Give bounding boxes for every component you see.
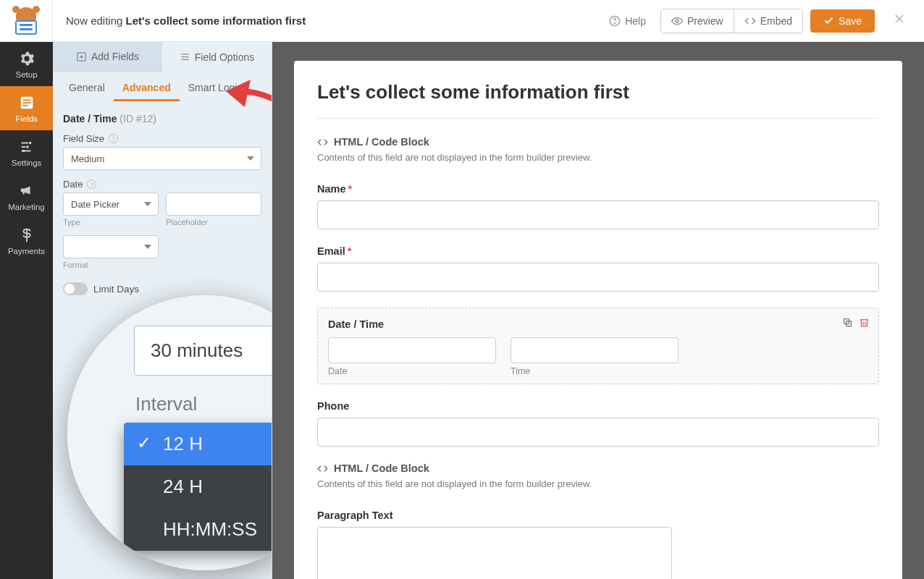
- subtab-advanced[interactable]: Advanced: [114, 75, 180, 101]
- duplicate-button[interactable]: [842, 317, 853, 330]
- dollar-icon: [19, 227, 35, 243]
- subtab-general[interactable]: General: [60, 75, 114, 101]
- phone-input[interactable]: [317, 418, 879, 447]
- html-block-note-2: Contents of this field are not displayed…: [317, 478, 879, 489]
- time-format-dropdown: 12 H 24 H HH:MM:SS: [124, 423, 272, 551]
- close-button[interactable]: [889, 9, 910, 33]
- format-subhint: Format: [63, 261, 159, 269]
- field-name[interactable]: Name*: [317, 183, 879, 229]
- option-24h[interactable]: 24 H: [124, 465, 272, 508]
- nav-setup[interactable]: Setup: [0, 42, 53, 86]
- nav-payments[interactable]: Payments: [0, 219, 53, 263]
- datetime-time-input[interactable]: [511, 337, 679, 363]
- limit-days-toggle-row[interactable]: Limit Days: [63, 278, 261, 300]
- field-paragraph[interactable]: Paragraph Text: [317, 510, 879, 579]
- gear-icon: [19, 51, 35, 67]
- help-icon[interactable]: ?: [87, 179, 96, 189]
- code-icon: [744, 15, 756, 27]
- svg-point-2: [676, 20, 679, 22]
- help-icon: [609, 15, 621, 27]
- limit-days-label: Limit Days: [93, 284, 139, 295]
- nav-settings[interactable]: Settings: [0, 130, 53, 174]
- nav-fields[interactable]: Fields: [0, 86, 53, 130]
- field-phone[interactable]: Phone: [317, 400, 879, 447]
- svg-point-9: [22, 150, 25, 153]
- trash-icon: [859, 317, 870, 328]
- date-sublabel: Date: [328, 366, 496, 376]
- form-name: Let's collect some information first: [126, 14, 306, 27]
- svg-point-8: [26, 145, 29, 148]
- svg-rect-4: [22, 99, 30, 101]
- html-block-header: HTML / Code Block: [317, 136, 879, 148]
- save-button[interactable]: Save: [810, 9, 875, 33]
- code-icon: [317, 463, 328, 474]
- left-nav: Setup Fields Settings Marketing Payments: [0, 42, 53, 579]
- nav-marketing[interactable]: Marketing: [0, 174, 53, 219]
- form-icon: [19, 95, 35, 111]
- sidebar-panel: Add Fields Field Options General Advance…: [53, 42, 272, 579]
- html-block-note: Contents of this field are not displayed…: [317, 152, 879, 163]
- form-preview: Let's collect some information first HTM…: [272, 42, 924, 579]
- plus-square-icon: [76, 51, 87, 62]
- placeholder-subhint: Placeholder: [166, 218, 261, 227]
- form-heading: Let's collect some information first: [317, 81, 879, 103]
- sliders-icon: [19, 139, 35, 155]
- bullhorn-icon: [19, 183, 35, 199]
- email-input[interactable]: [317, 263, 879, 292]
- html-block-header-2: HTML / Code Block: [317, 462, 879, 474]
- type-subhint: Type: [63, 218, 159, 227]
- subtab-smart-logic[interactable]: Smart Logic: [180, 75, 251, 101]
- option-hhmmss[interactable]: HH:MM:SS: [124, 508, 272, 551]
- field-title: Date / Time (ID #12): [63, 109, 261, 133]
- svg-rect-6: [22, 105, 28, 106]
- code-icon: [317, 137, 328, 148]
- now-editing-text: Now editing Let's collect some informati…: [66, 14, 306, 27]
- top-bar: Now editing Let's collect some informati…: [0, 0, 924, 42]
- field-size-select[interactable]: Medium: [63, 147, 261, 170]
- interval-label: Interval: [135, 393, 272, 415]
- svg-rect-5: [22, 102, 30, 103]
- datetime-date-input[interactable]: [328, 337, 496, 363]
- field-datetime[interactable]: Date / Time Date Time: [317, 308, 879, 384]
- preview-button[interactable]: Preview: [661, 9, 734, 33]
- help-icon[interactable]: ?: [109, 134, 118, 143]
- brand-logo: [0, 0, 53, 41]
- delete-button[interactable]: [859, 317, 870, 330]
- date-placeholder-input[interactable]: [166, 193, 261, 216]
- name-input[interactable]: [317, 200, 879, 229]
- close-icon: [892, 12, 907, 26]
- date-label: Date: [63, 179, 83, 190]
- time-sublabel: Time: [511, 366, 679, 376]
- eye-icon: [671, 15, 683, 27]
- help-link[interactable]: Help: [602, 11, 653, 31]
- date-format-select[interactable]: [63, 235, 159, 258]
- options-icon: [180, 51, 190, 62]
- check-icon: [823, 15, 834, 26]
- embed-button[interactable]: Embed: [734, 9, 802, 33]
- size-label: Field Size: [63, 133, 104, 144]
- date-type-select[interactable]: Date Picker: [63, 193, 159, 216]
- option-12h[interactable]: 12 H: [124, 423, 272, 465]
- tab-field-options[interactable]: Field Options: [162, 42, 272, 72]
- field-email[interactable]: Email*: [317, 245, 879, 292]
- paragraph-input[interactable]: [317, 527, 672, 579]
- interval-select[interactable]: 30 minutes: [134, 326, 272, 376]
- tab-add-fields[interactable]: Add Fields: [53, 42, 162, 72]
- svg-point-7: [28, 142, 31, 145]
- copy-icon: [842, 317, 853, 328]
- toggle-icon: [63, 282, 88, 295]
- svg-point-1: [615, 22, 616, 23]
